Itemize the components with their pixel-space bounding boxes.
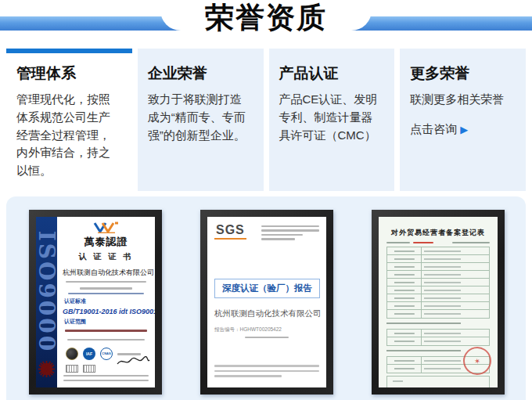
redacted-line: [214, 365, 319, 367]
form-section-text: [386, 321, 490, 326]
iso-certificate-content: 萬泰認證 认 证 证 书 杭州联测自动化技术有限公司 认证标准 GB/T1900…: [57, 217, 155, 387]
iso-footer-lines: [63, 372, 149, 384]
section-header: 荣誉资质: [0, 0, 532, 44]
redacted-line: [80, 287, 132, 290]
redacted-red-number: [413, 242, 433, 244]
sgs-report-number: 报告编号：HGHWT00205422: [214, 326, 319, 333]
row-label: [387, 302, 422, 309]
row-label: [387, 365, 422, 373]
cnas-logo-icon: CNAS: [100, 348, 113, 360]
trade-form-paper: 对外贸易经营者备案登记表: [379, 217, 498, 387]
wit-globe-icon: [66, 348, 78, 360]
iso-doc-title: 认 证 证 书: [63, 251, 149, 262]
iso-standard-label: 认证标准: [64, 297, 149, 305]
table-row: [387, 302, 489, 310]
table-row: [387, 310, 489, 318]
iso-scope-label: 认证范围: [64, 318, 149, 326]
tab-title: 管理体系: [16, 63, 122, 84]
certificate-column-trade: 对外贸易经营者备案登记表: [371, 210, 505, 400]
wit-logo-icon: [88, 222, 124, 233]
sgs-disclaimer-lines: [214, 362, 319, 380]
sgs-logo: SGS: [214, 223, 246, 240]
tab-description: 致力于将联测打造成为“精而专、专而强”的创新型企业。: [148, 91, 253, 144]
tab-title: 产品认证: [279, 63, 385, 84]
redacted-line: [261, 225, 319, 228]
redacted-line: [67, 339, 146, 341]
row-value: [422, 279, 489, 286]
tab-title: 更多荣誉: [410, 63, 516, 84]
form-remark-box: [386, 376, 490, 387]
row-label: [387, 330, 422, 337]
tab-management-system[interactable]: 管理体系 管理现代化，按照体系规范公司生产经营全过程管理，内外审结合，持之以恒。: [6, 49, 132, 191]
tab-indicator: [138, 49, 264, 53]
redacted-line: [68, 293, 145, 295]
table-row: [387, 330, 489, 337]
row-label: [387, 263, 422, 270]
trade-form-table: [386, 247, 490, 319]
redacted-date-line: [245, 337, 289, 339]
iaf-logo-icon: IAF: [83, 348, 95, 360]
table-row: [387, 294, 489, 302]
certificates-panel: ISO9000: [6, 196, 526, 400]
redacted-scope-line: [65, 330, 146, 332]
redacted-line: [452, 242, 490, 243]
signature-mark: [116, 356, 150, 367]
iso-certificate-paper: ISO9000: [36, 217, 155, 387]
redacted-line: [214, 375, 282, 377]
row-label: [387, 357, 422, 364]
row-label: [387, 255, 422, 262]
honor-tabs: 管理体系 管理现代化，按照体系规范公司生产经营全过程管理，内外审结合，持之以恒。…: [0, 44, 532, 191]
row-label: [387, 337, 422, 345]
row-label: [387, 286, 422, 294]
tab-title: 企业荣誉: [148, 63, 253, 84]
row-label: [387, 271, 422, 278]
table-row: [387, 255, 489, 263]
row-value: [422, 271, 489, 278]
sgs-header: SGS: [214, 223, 319, 243]
sgs-report-image[interactable]: SGS 深度认证（验厂）报告 杭州联测自动化技术有限公司 报告编号：HGHWT0…: [200, 210, 333, 395]
tab-enterprise-honor[interactable]: 企业荣誉 致力于将联测打造成为“精而专、专而强”的创新型企业。: [138, 49, 264, 191]
row-value: [422, 330, 489, 337]
row-value: [422, 337, 489, 345]
tab-product-certification[interactable]: 产品认证 产品CE认证、发明专利、制造计量器具许可证（CMC）: [269, 49, 395, 191]
redacted-line: [117, 353, 141, 355]
red-starburst-seal: [38, 360, 56, 378]
tab-more-honors[interactable]: 更多荣誉 联测更多相关荣誉 点击咨询▶: [400, 49, 526, 191]
consult-link-label: 点击咨询: [410, 122, 457, 135]
tab-description: 产品CE认证、发明专利、制造计量器具许可证（CMC）: [279, 91, 385, 144]
row-label: [387, 247, 422, 254]
sgs-report-title: 深度认证（验厂）报告: [214, 279, 320, 298]
table-row: [387, 279, 489, 286]
redacted-line: [386, 242, 410, 243]
iso9000-vertical-text: ISO9000: [36, 231, 59, 354]
row-label: [387, 294, 422, 301]
iso-standard-number: GB/T19001-2016 idt ISO9001:2015: [63, 308, 149, 315]
row-value: [422, 247, 489, 254]
redacted-line: [63, 380, 149, 381]
row-value: [422, 263, 489, 270]
play-arrow-icon: ▶: [460, 124, 468, 135]
tab-indicator: [269, 49, 395, 53]
trade-form-image[interactable]: 对外贸易经营者备案登记表: [372, 210, 505, 395]
tab-description: 管理现代化，按照体系规范公司生产经营全过程管理，内外审结合，持之以恒。: [16, 91, 122, 180]
table-row: [387, 271, 489, 279]
active-tab-indicator: [6, 49, 132, 53]
table-row: [387, 337, 489, 345]
iso-company-name: 杭州联测自动化技术有限公司: [63, 268, 149, 278]
sgs-company-name: 杭州联测自动化技术有限公司: [214, 308, 319, 319]
redacted-line: [261, 229, 319, 232]
row-value: [422, 294, 489, 301]
iso-certificate-image[interactable]: ISO9000: [29, 210, 162, 395]
consult-link[interactable]: 点击咨询▶: [410, 122, 468, 137]
redacted-line: [261, 238, 295, 240]
table-row: [387, 247, 489, 255]
table-row: [387, 286, 489, 294]
row-value: [422, 310, 489, 318]
certificate-column-iso: ISO9000: [28, 210, 163, 400]
wit-brand-name: 萬泰認證: [63, 235, 149, 249]
certificate-column-sgs: SGS 深度认证（验厂）报告 杭州联测自动化技术有限公司 报告编号：HGHWT0…: [200, 210, 334, 400]
trade-form-title: 对外贸易经营者备案登记表: [386, 228, 490, 238]
redacted-line: [214, 370, 319, 373]
row-value: [422, 255, 489, 262]
tab-description: 联测更多相关荣誉: [410, 91, 516, 109]
